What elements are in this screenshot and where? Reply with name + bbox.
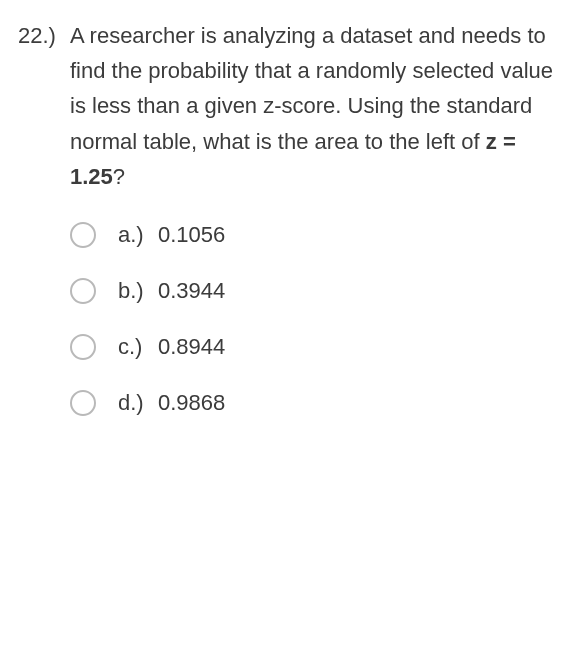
radio-icon[interactable] — [70, 222, 96, 248]
options-list: a.) 0.1056 b.) 0.3944 c.) 0.8944 d.) 0.9… — [70, 222, 556, 416]
option-b[interactable]: b.) 0.3944 — [70, 278, 556, 304]
question-block: 22.) A researcher is analyzing a dataset… — [18, 18, 556, 194]
radio-icon[interactable] — [70, 390, 96, 416]
option-text: 0.8944 — [158, 334, 225, 360]
option-letter: c.) — [118, 334, 158, 360]
option-text: 0.3944 — [158, 278, 225, 304]
question-stem: A researcher is analyzing a dataset and … — [70, 18, 556, 194]
option-text: 0.1056 — [158, 222, 225, 248]
option-c[interactable]: c.) 0.8944 — [70, 334, 556, 360]
option-d[interactable]: d.) 0.9868 — [70, 390, 556, 416]
stem-post: ? — [113, 164, 125, 189]
question-number: 22.) — [18, 18, 70, 53]
option-a[interactable]: a.) 0.1056 — [70, 222, 556, 248]
stem-pre: A researcher is analyzing a dataset and … — [70, 23, 553, 154]
radio-icon[interactable] — [70, 278, 96, 304]
option-letter: d.) — [118, 390, 158, 416]
option-letter: a.) — [118, 222, 158, 248]
option-letter: b.) — [118, 278, 158, 304]
radio-icon[interactable] — [70, 334, 96, 360]
option-text: 0.9868 — [158, 390, 225, 416]
